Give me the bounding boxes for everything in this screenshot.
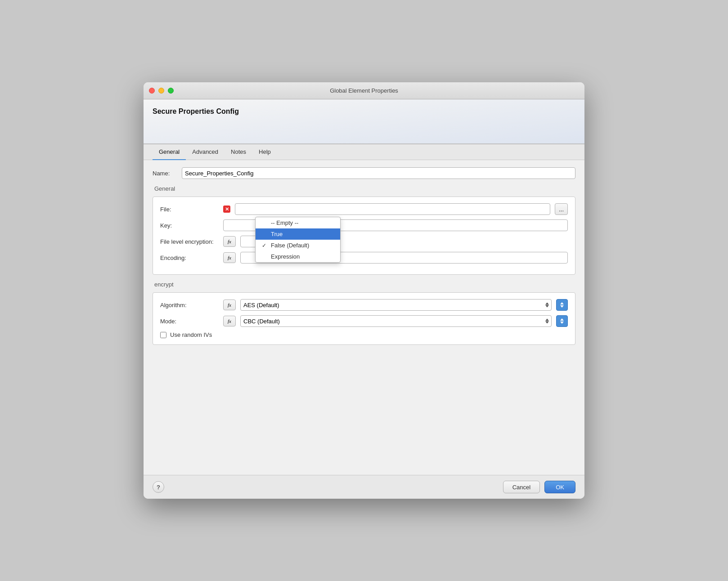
file-input[interactable] xyxy=(235,203,550,215)
dialog-title: Secure Properties Config xyxy=(153,107,575,116)
file-row: File: ✕ ... xyxy=(160,203,568,215)
tabs-bar: General Advanced Notes Help xyxy=(144,144,584,160)
dropdown-item-empty[interactable]: -- Empty -- xyxy=(256,217,340,228)
algorithm-fx-button[interactable]: fx xyxy=(223,299,236,310)
random-ivs-label: Use random IVs xyxy=(170,331,212,338)
dropdown-item-true-label: True xyxy=(271,231,283,237)
traffic-lights xyxy=(149,88,174,94)
mode-label: Mode: xyxy=(160,318,219,325)
key-row: Key: xyxy=(160,219,568,231)
tab-help[interactable]: Help xyxy=(252,144,277,160)
ok-button[interactable]: OK xyxy=(544,481,575,493)
dialog-window: Global Element Properties Secure Propert… xyxy=(144,82,584,499)
encoding-label: Encoding: xyxy=(160,255,219,261)
dropdown-item-false[interactable]: ✓ False (Default) xyxy=(256,240,340,251)
dropdown-item-true[interactable]: True xyxy=(256,228,340,240)
encoding-row: Encoding: fx xyxy=(160,252,568,264)
algorithm-row: Algorithm: fx AES (Default) xyxy=(160,299,568,311)
algorithm-dropdown-button[interactable] xyxy=(556,299,568,311)
file-browse-button[interactable]: ... xyxy=(555,203,568,215)
algorithm-select[interactable]: AES (Default) xyxy=(240,299,552,311)
key-label: Key: xyxy=(160,222,219,229)
maximize-button[interactable] xyxy=(168,88,174,94)
encrypt-inner-box: Algorithm: fx AES (Default) xyxy=(153,292,575,345)
mode-fx-button[interactable]: fx xyxy=(223,316,236,326)
dropdown-overlay: -- Empty -- True ✓ False (Default) Expre… xyxy=(255,217,341,263)
dropdown-item-expression[interactable]: Expression xyxy=(256,251,340,262)
window-title: Global Element Properties xyxy=(330,87,398,94)
algorithm-label: Algorithm: xyxy=(160,302,219,308)
header-section: Secure Properties Config xyxy=(144,99,584,144)
titlebar: Global Element Properties xyxy=(144,82,584,99)
dropdown-item-empty-label: -- Empty -- xyxy=(271,219,298,226)
tab-notes[interactable]: Notes xyxy=(225,144,252,160)
content-area: Name: General File: ✕ ... Key: File leve… xyxy=(144,160,584,475)
mode-select-wrapper: CBC (Default) xyxy=(240,315,552,327)
tab-advanced[interactable]: Advanced xyxy=(186,144,225,160)
encrypt-section-label: encrypt xyxy=(153,281,575,288)
name-input[interactable] xyxy=(182,167,575,179)
file-encryption-fx-button[interactable]: fx xyxy=(223,236,236,247)
help-button[interactable]: ? xyxy=(153,481,164,493)
file-error-icon: ✕ xyxy=(223,206,230,213)
footer: ? Cancel OK xyxy=(144,475,584,499)
random-ivs-checkbox[interactable] xyxy=(160,332,166,338)
name-row: Name: xyxy=(153,167,575,179)
general-section-label: General xyxy=(153,185,575,192)
mode-select[interactable]: CBC (Default) xyxy=(240,315,552,327)
file-encryption-row: File level encryption: fx xyxy=(160,236,568,247)
dropdown-item-false-label: False (Default) xyxy=(271,242,309,249)
tab-general[interactable]: General xyxy=(153,144,186,160)
algorithm-select-wrapper: AES (Default) xyxy=(240,299,552,311)
file-encryption-label: File level encryption: xyxy=(160,238,219,245)
false-check: ✓ xyxy=(262,242,268,249)
minimize-button[interactable] xyxy=(158,88,164,94)
cancel-button[interactable]: Cancel xyxy=(503,481,540,493)
encoding-fx-button[interactable]: fx xyxy=(223,252,236,263)
close-button[interactable] xyxy=(149,88,155,94)
mode-row: Mode: fx CBC (Default) xyxy=(160,315,568,327)
dropdown-item-expression-label: Expression xyxy=(271,253,300,260)
general-inner-box: File: ✕ ... Key: File level encryption: … xyxy=(153,197,575,275)
name-label: Name: xyxy=(153,170,177,177)
mode-dropdown-button[interactable] xyxy=(556,315,568,327)
file-label: File: xyxy=(160,206,219,213)
random-ivs-row: Use random IVs xyxy=(160,331,568,338)
